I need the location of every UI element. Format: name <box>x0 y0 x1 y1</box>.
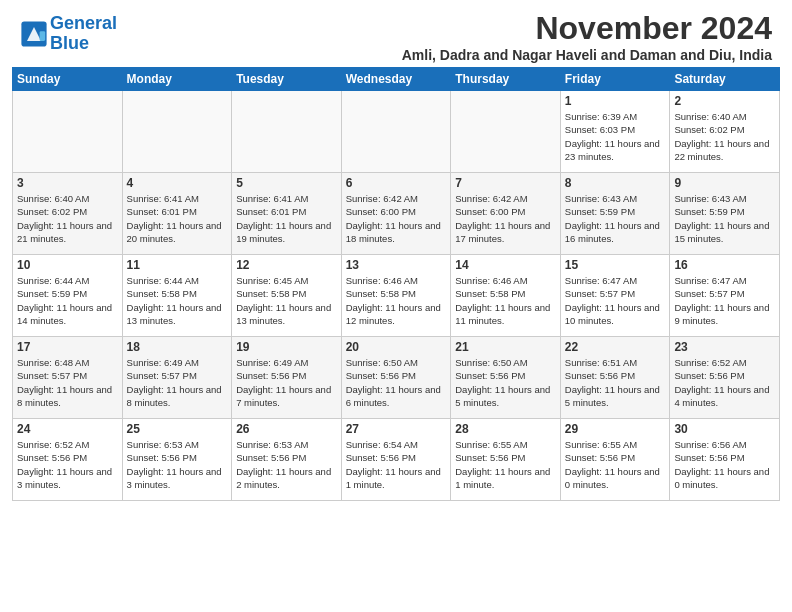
week-row-2: 3Sunrise: 6:40 AM Sunset: 6:02 PM Daylig… <box>13 173 780 255</box>
day-info: Sunrise: 6:44 AM Sunset: 5:58 PM Dayligh… <box>127 274 228 327</box>
calendar-cell: 11Sunrise: 6:44 AM Sunset: 5:58 PM Dayli… <box>122 255 232 337</box>
day-info: Sunrise: 6:43 AM Sunset: 5:59 PM Dayligh… <box>674 192 775 245</box>
day-number: 20 <box>346 340 447 354</box>
calendar-cell: 4Sunrise: 6:41 AM Sunset: 6:01 PM Daylig… <box>122 173 232 255</box>
day-number: 14 <box>455 258 556 272</box>
day-info: Sunrise: 6:50 AM Sunset: 5:56 PM Dayligh… <box>455 356 556 409</box>
calendar-cell: 7Sunrise: 6:42 AM Sunset: 6:00 PM Daylig… <box>451 173 561 255</box>
day-number: 27 <box>346 422 447 436</box>
day-number: 25 <box>127 422 228 436</box>
calendar-cell: 21Sunrise: 6:50 AM Sunset: 5:56 PM Dayli… <box>451 337 561 419</box>
day-info: Sunrise: 6:42 AM Sunset: 6:00 PM Dayligh… <box>346 192 447 245</box>
calendar-cell: 12Sunrise: 6:45 AM Sunset: 5:58 PM Dayli… <box>232 255 342 337</box>
calendar-cell: 22Sunrise: 6:51 AM Sunset: 5:56 PM Dayli… <box>560 337 670 419</box>
calendar-cell <box>232 91 342 173</box>
calendar-cell: 8Sunrise: 6:43 AM Sunset: 5:59 PM Daylig… <box>560 173 670 255</box>
title-block: November 2024 Amli, Dadra and Nagar Have… <box>402 10 772 63</box>
calendar-cell: 15Sunrise: 6:47 AM Sunset: 5:57 PM Dayli… <box>560 255 670 337</box>
calendar-cell: 14Sunrise: 6:46 AM Sunset: 5:58 PM Dayli… <box>451 255 561 337</box>
calendar-cell <box>451 91 561 173</box>
day-number: 17 <box>17 340 118 354</box>
day-info: Sunrise: 6:42 AM Sunset: 6:00 PM Dayligh… <box>455 192 556 245</box>
weekday-header-wednesday: Wednesday <box>341 68 451 91</box>
day-number: 4 <box>127 176 228 190</box>
weekday-header-saturday: Saturday <box>670 68 780 91</box>
day-number: 1 <box>565 94 666 108</box>
day-info: Sunrise: 6:55 AM Sunset: 5:56 PM Dayligh… <box>455 438 556 491</box>
day-number: 11 <box>127 258 228 272</box>
day-info: Sunrise: 6:48 AM Sunset: 5:57 PM Dayligh… <box>17 356 118 409</box>
weekday-header-monday: Monday <box>122 68 232 91</box>
day-number: 29 <box>565 422 666 436</box>
day-number: 22 <box>565 340 666 354</box>
calendar-cell: 1Sunrise: 6:39 AM Sunset: 6:03 PM Daylig… <box>560 91 670 173</box>
week-row-1: 1Sunrise: 6:39 AM Sunset: 6:03 PM Daylig… <box>13 91 780 173</box>
calendar-cell: 16Sunrise: 6:47 AM Sunset: 5:57 PM Dayli… <box>670 255 780 337</box>
calendar-cell: 5Sunrise: 6:41 AM Sunset: 6:01 PM Daylig… <box>232 173 342 255</box>
weekday-header-thursday: Thursday <box>451 68 561 91</box>
logo-icon <box>20 20 48 48</box>
weekday-header-friday: Friday <box>560 68 670 91</box>
day-info: Sunrise: 6:44 AM Sunset: 5:59 PM Dayligh… <box>17 274 118 327</box>
day-number: 26 <box>236 422 337 436</box>
day-info: Sunrise: 6:56 AM Sunset: 5:56 PM Dayligh… <box>674 438 775 491</box>
day-info: Sunrise: 6:43 AM Sunset: 5:59 PM Dayligh… <box>565 192 666 245</box>
logo-general: General <box>50 13 117 33</box>
day-number: 5 <box>236 176 337 190</box>
day-info: Sunrise: 6:49 AM Sunset: 5:56 PM Dayligh… <box>236 356 337 409</box>
calendar-cell: 9Sunrise: 6:43 AM Sunset: 5:59 PM Daylig… <box>670 173 780 255</box>
day-info: Sunrise: 6:54 AM Sunset: 5:56 PM Dayligh… <box>346 438 447 491</box>
calendar-cell: 13Sunrise: 6:46 AM Sunset: 5:58 PM Dayli… <box>341 255 451 337</box>
day-number: 18 <box>127 340 228 354</box>
day-info: Sunrise: 6:55 AM Sunset: 5:56 PM Dayligh… <box>565 438 666 491</box>
day-info: Sunrise: 6:52 AM Sunset: 5:56 PM Dayligh… <box>674 356 775 409</box>
calendar-cell <box>122 91 232 173</box>
calendar-cell <box>13 91 123 173</box>
day-info: Sunrise: 6:52 AM Sunset: 5:56 PM Dayligh… <box>17 438 118 491</box>
calendar-cell: 24Sunrise: 6:52 AM Sunset: 5:56 PM Dayli… <box>13 419 123 501</box>
calendar-cell: 26Sunrise: 6:53 AM Sunset: 5:56 PM Dayli… <box>232 419 342 501</box>
day-info: Sunrise: 6:39 AM Sunset: 6:03 PM Dayligh… <box>565 110 666 163</box>
day-info: Sunrise: 6:47 AM Sunset: 5:57 PM Dayligh… <box>674 274 775 327</box>
day-info: Sunrise: 6:40 AM Sunset: 6:02 PM Dayligh… <box>17 192 118 245</box>
calendar-cell: 23Sunrise: 6:52 AM Sunset: 5:56 PM Dayli… <box>670 337 780 419</box>
week-row-5: 24Sunrise: 6:52 AM Sunset: 5:56 PM Dayli… <box>13 419 780 501</box>
logo: General Blue <box>20 14 117 54</box>
day-number: 9 <box>674 176 775 190</box>
day-number: 21 <box>455 340 556 354</box>
calendar-cell: 6Sunrise: 6:42 AM Sunset: 6:00 PM Daylig… <box>341 173 451 255</box>
day-number: 10 <box>17 258 118 272</box>
calendar-cell: 27Sunrise: 6:54 AM Sunset: 5:56 PM Dayli… <box>341 419 451 501</box>
day-number: 3 <box>17 176 118 190</box>
day-number: 15 <box>565 258 666 272</box>
calendar-cell <box>341 91 451 173</box>
day-info: Sunrise: 6:53 AM Sunset: 5:56 PM Dayligh… <box>127 438 228 491</box>
day-number: 28 <box>455 422 556 436</box>
day-info: Sunrise: 6:45 AM Sunset: 5:58 PM Dayligh… <box>236 274 337 327</box>
day-info: Sunrise: 6:51 AM Sunset: 5:56 PM Dayligh… <box>565 356 666 409</box>
calendar-cell: 19Sunrise: 6:49 AM Sunset: 5:56 PM Dayli… <box>232 337 342 419</box>
day-number: 6 <box>346 176 447 190</box>
week-row-3: 10Sunrise: 6:44 AM Sunset: 5:59 PM Dayli… <box>13 255 780 337</box>
calendar-cell: 25Sunrise: 6:53 AM Sunset: 5:56 PM Dayli… <box>122 419 232 501</box>
calendar-table: SundayMondayTuesdayWednesdayThursdayFrid… <box>12 67 780 501</box>
day-number: 16 <box>674 258 775 272</box>
calendar-cell: 20Sunrise: 6:50 AM Sunset: 5:56 PM Dayli… <box>341 337 451 419</box>
day-number: 8 <box>565 176 666 190</box>
day-info: Sunrise: 6:41 AM Sunset: 6:01 PM Dayligh… <box>236 192 337 245</box>
day-info: Sunrise: 6:49 AM Sunset: 5:57 PM Dayligh… <box>127 356 228 409</box>
day-number: 19 <box>236 340 337 354</box>
day-info: Sunrise: 6:46 AM Sunset: 5:58 PM Dayligh… <box>346 274 447 327</box>
day-number: 2 <box>674 94 775 108</box>
month-title: November 2024 <box>402 10 772 47</box>
logo-text: General Blue <box>50 14 117 54</box>
calendar-cell: 3Sunrise: 6:40 AM Sunset: 6:02 PM Daylig… <box>13 173 123 255</box>
weekday-header-tuesday: Tuesday <box>232 68 342 91</box>
weekday-header-row: SundayMondayTuesdayWednesdayThursdayFrid… <box>13 68 780 91</box>
day-number: 23 <box>674 340 775 354</box>
weekday-header-sunday: Sunday <box>13 68 123 91</box>
calendar-cell: 2Sunrise: 6:40 AM Sunset: 6:02 PM Daylig… <box>670 91 780 173</box>
calendar-cell: 18Sunrise: 6:49 AM Sunset: 5:57 PM Dayli… <box>122 337 232 419</box>
page-header: General Blue November 2024 Amli, Dadra a… <box>0 0 792 67</box>
day-info: Sunrise: 6:53 AM Sunset: 5:56 PM Dayligh… <box>236 438 337 491</box>
